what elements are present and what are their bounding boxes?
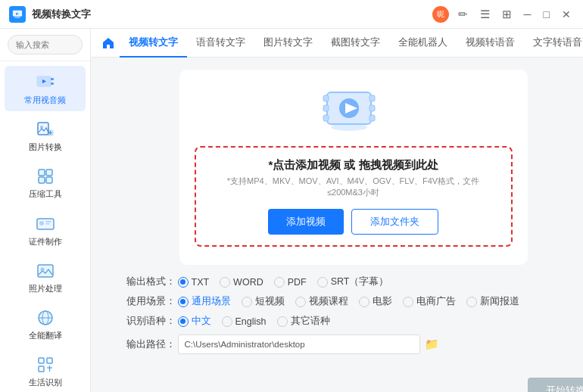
scene-common-label: 通用场景 — [192, 295, 231, 308]
upload-title: *点击添加视频 或 拖拽视频到此处 — [211, 158, 496, 173]
format-radio-group: TXT WORD PDF SRT（字幕） — [178, 275, 389, 288]
sidebar-item-label: 生活识别 — [29, 378, 62, 387]
main-layout: 常用视音频 图片转换 — [0, 29, 583, 392]
svg-rect-27 — [39, 366, 44, 372]
svg-rect-19 — [45, 223, 50, 225]
sidebar-item-id-card[interactable]: 证件制作 — [5, 207, 86, 253]
bottom-bar: 开始转换 — [91, 373, 583, 392]
format-pdf-radio[interactable] — [274, 277, 285, 288]
format-pdf[interactable]: PDF — [274, 277, 307, 288]
sidebar-item-label: 压缩工具 — [29, 189, 62, 199]
folder-browse-icon[interactable]: 📁 — [425, 338, 439, 351]
svg-rect-25 — [39, 358, 44, 363]
main-content: *点击添加视频 或 拖拽视频到此处 *支持MP4、MKV、MOV、AVI、M4V… — [91, 58, 583, 373]
tab-home[interactable] — [97, 36, 120, 50]
recognize-icon — [35, 354, 56, 375]
tab-screenshot-to-text[interactable]: 截图转文字 — [322, 29, 389, 58]
scene-movie-label: 电影 — [373, 295, 392, 308]
photo-icon — [35, 260, 56, 282]
grid-icon[interactable]: ⊞ — [499, 6, 515, 23]
svg-point-57 — [331, 123, 367, 131]
format-srt-radio[interactable] — [317, 277, 328, 288]
svg-rect-50 — [323, 105, 329, 111]
scene-common[interactable]: 通用场景 — [178, 295, 231, 308]
format-txt[interactable]: TXT — [178, 277, 210, 288]
tab-video-to-text[interactable]: 视频转文字 — [120, 29, 187, 58]
tab-video-to-speech[interactable]: 视频转语音 — [457, 29, 524, 58]
sidebar-item-image-convert[interactable]: 图片转换 — [5, 113, 86, 158]
add-folder-button[interactable]: 添加文件夹 — [351, 209, 438, 235]
scene-course-radio[interactable] — [295, 297, 306, 307]
format-srt[interactable]: SRT（字幕） — [317, 275, 389, 288]
scene-movie-radio[interactable] — [359, 297, 369, 307]
scene-label: 使用场景： — [126, 295, 178, 308]
format-word-label: WORD — [233, 277, 263, 288]
add-video-button[interactable]: 添加视频 — [268, 209, 344, 235]
sidebar-item-translate[interactable]: 全能翻译 — [5, 301, 86, 347]
scene-course[interactable]: 视频课程 — [295, 295, 348, 308]
sidebar-search-container — [0, 29, 90, 61]
scene-short-video[interactable]: 短视频 — [242, 295, 285, 308]
tab-image-to-text[interactable]: 图片转文字 — [254, 29, 322, 58]
tab-text-to-speech[interactable]: 文字转语音 — [524, 29, 583, 58]
menu-icon[interactable]: ☰ — [477, 6, 493, 23]
format-word-radio[interactable] — [220, 277, 230, 288]
sidebar-item-photo[interactable]: 照片处理 — [5, 254, 86, 300]
compress-icon — [35, 166, 56, 187]
path-label: 输出路径： — [126, 338, 178, 351]
lang-other-radio[interactable] — [277, 316, 288, 327]
lang-other[interactable]: 其它语种 — [277, 315, 330, 328]
lang-english[interactable]: English — [222, 316, 267, 327]
scene-row: 使用场景： 通用场景 短视频 视频课程 — [126, 295, 581, 308]
scene-short-video-label: 短视频 — [255, 295, 285, 308]
format-txt-radio[interactable] — [178, 277, 189, 288]
svg-rect-20 — [38, 265, 53, 277]
restore-icon[interactable]: □ — [541, 7, 553, 22]
sidebar-item-compress[interactable]: 压缩工具 — [5, 160, 86, 205]
upload-hint: *支持MP4、MKV、MOV、AVI、M4V、OGV、FLV、F4V格式，文件≤… — [211, 176, 496, 198]
lang-other-label: 其它语种 — [291, 315, 330, 328]
scene-news[interactable]: 新闻报道 — [466, 295, 519, 308]
scene-ecommerce-radio[interactable] — [403, 297, 413, 307]
video-icon-wrapper — [320, 85, 388, 138]
tab-speech-to-text[interactable]: 语音转文字 — [187, 29, 254, 58]
scene-news-radio[interactable] — [466, 297, 477, 307]
sidebar-item-common-audio-video[interactable]: 常用视音频 — [5, 66, 86, 111]
svg-rect-13 — [46, 170, 52, 176]
app-logo — [9, 6, 26, 23]
tab-all-robot[interactable]: 全能机器人 — [389, 29, 457, 58]
scene-ecommerce[interactable]: 电商广告 — [403, 295, 456, 308]
lang-radio-group: 中文 English 其它语种 — [178, 315, 330, 328]
scene-ecommerce-label: 电商广告 — [416, 295, 456, 308]
svg-rect-5 — [51, 78, 54, 80]
scene-movie[interactable]: 电影 — [359, 295, 392, 308]
close-icon[interactable]: ✕ — [559, 7, 574, 22]
edit-icon[interactable]: ✏ — [455, 6, 471, 23]
lang-chinese[interactable]: 中文 — [178, 315, 211, 328]
path-input[interactable] — [178, 334, 420, 354]
svg-rect-54 — [369, 115, 375, 121]
svg-rect-53 — [369, 105, 375, 111]
upload-dashed-area[interactable]: *点击添加视频 或 拖拽视频到此处 *支持MP4、MKV、MOV、AVI、M4V… — [195, 146, 513, 247]
content-area: 视频转文字 语音转文字 图片转文字 截图转文字 全能机器人 视频转语音 文字转语… — [91, 29, 583, 392]
sidebar-item-label: 图片转换 — [29, 142, 62, 152]
svg-rect-49 — [323, 95, 329, 101]
minimize-icon[interactable]: ─ — [521, 7, 535, 22]
svg-rect-6 — [51, 82, 54, 85]
lang-row: 识别语种： 中文 English 其它语种 — [126, 315, 581, 328]
start-button[interactable]: 开始转换 — [528, 378, 583, 392]
lang-english-radio[interactable] — [222, 316, 232, 327]
sidebar-item-label: 常用视音频 — [24, 95, 66, 105]
scene-common-radio[interactable] — [178, 297, 189, 307]
scene-short-video-radio[interactable] — [242, 297, 252, 307]
svg-rect-51 — [323, 115, 329, 121]
lang-chinese-radio[interactable] — [178, 316, 189, 327]
title-bar: 视频转换文字 昵 ✏ ☰ ⊞ ─ □ ✕ — [0, 0, 583, 29]
sidebar: 常用视音频 图片转换 — [0, 29, 91, 392]
sidebar-item-recognize[interactable]: 生活识别 — [5, 348, 86, 392]
lang-english-label: English — [235, 316, 267, 327]
search-input[interactable] — [8, 35, 83, 54]
user-avatar: 昵 — [432, 6, 449, 23]
format-word[interactable]: WORD — [220, 277, 263, 288]
format-srt-label: SRT（字幕） — [331, 275, 389, 288]
